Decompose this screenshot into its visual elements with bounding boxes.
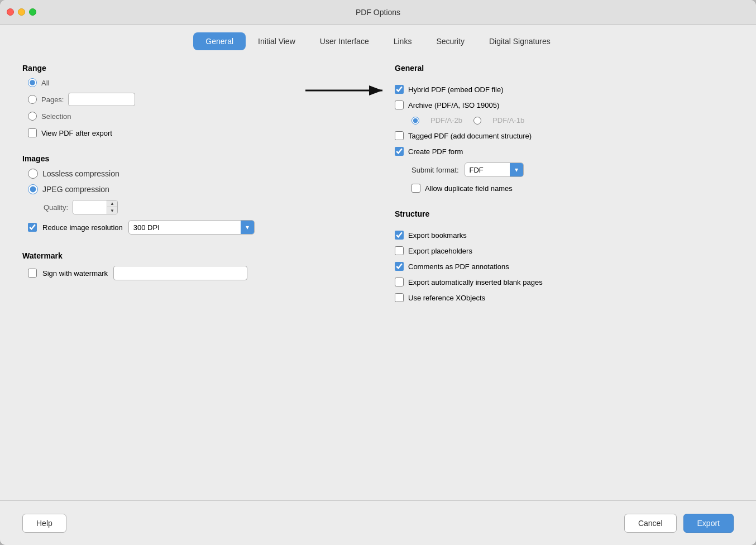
archive-label: Archive (PDF/A, ISO 19005) [408, 101, 499, 109]
resolution-row: Reduce image resolution 75 DPI 150 DPI 3… [28, 220, 361, 235]
general-section-title: General [395, 64, 734, 73]
submit-format-select[interactable]: FDF HTML PDF XML [465, 163, 510, 176]
range-pages-input[interactable] [68, 93, 135, 106]
archive-checkbox[interactable] [395, 101, 404, 109]
range-selection-radio[interactable] [28, 112, 37, 121]
submit-format-row: Submit format: FDF HTML PDF XML ▾ [412, 162, 734, 177]
titlebar: PDF Options [0, 0, 756, 25]
create-form-label: Create PDF form [408, 147, 463, 156]
use-xobjects-checkbox[interactable] [395, 293, 404, 302]
minimize-button[interactable] [18, 8, 25, 16]
range-all-label: All [41, 79, 49, 87]
sign-watermark-checkbox[interactable] [28, 269, 37, 278]
quality-label: Quality: [44, 203, 68, 212]
tab-initial-view[interactable]: Initial View [246, 32, 308, 50]
tagged-row: Tagged PDF (add document structure) [395, 131, 734, 140]
lossless-row: Lossless compression [28, 169, 361, 179]
comments-label: Comments as PDF annotations [408, 262, 509, 271]
cancel-button[interactable]: Cancel [624, 514, 677, 533]
export-blank-label: Export automatically inserted blank page… [408, 278, 543, 286]
range-title: Range [22, 64, 361, 73]
archive-row: Archive (PDF/A, ISO 19005) [395, 101, 734, 109]
hybrid-pdf-row-wrap: Hybrid PDF (embed ODF file) [395, 85, 734, 94]
structure-section: Structure Export bookmarks Export placeh… [395, 209, 734, 302]
view-pdf-label: View PDF after export [41, 129, 112, 137]
use-xobjects-row: Use reference XObjects [395, 293, 734, 302]
use-xobjects-label: Use reference XObjects [408, 294, 485, 302]
allow-duplicate-row: Allow duplicate field names [412, 184, 734, 193]
pdfa2b-radio[interactable] [412, 117, 419, 125]
resolution-select-wrap: 75 DPI 150 DPI 300 DPI 600 DPI 1200 DPI … [128, 220, 255, 235]
export-placeholders-checkbox[interactable] [395, 246, 404, 255]
view-pdf-row: View PDF after export [28, 128, 361, 137]
bottom-bar: Help Cancel Export [0, 500, 756, 545]
reduce-resolution-checkbox[interactable] [28, 223, 37, 232]
create-form-checkbox[interactable] [395, 147, 404, 156]
tab-digital-signatures[interactable]: Digital Signatures [477, 32, 563, 50]
content-area: Range All Pages: Selection [0, 50, 756, 500]
create-form-row: Create PDF form [395, 147, 734, 156]
comments-checkbox[interactable] [395, 262, 404, 271]
range-selection-row: Selection [28, 112, 361, 121]
left-panel: Range All Pages: Selection [22, 64, 361, 487]
quality-spinner: ▲ ▼ [107, 200, 117, 214]
watermark-row: Sign with watermark [28, 266, 361, 280]
tab-bar: General Initial View User Interface Link… [0, 25, 756, 50]
watermark-section: Watermark Sign with watermark [22, 251, 361, 280]
structure-title: Structure [395, 209, 734, 218]
allow-duplicate-checkbox[interactable] [412, 184, 420, 193]
allow-duplicate-label: Allow duplicate field names [425, 184, 513, 193]
submit-select-wrap: FDF HTML PDF XML ▾ [465, 162, 524, 177]
quality-input[interactable]: 90% [73, 200, 107, 214]
images-options: Lossless compression JPEG compression Qu… [28, 169, 361, 235]
watermark-title: Watermark [22, 251, 361, 260]
export-button[interactable]: Export [683, 514, 734, 533]
tab-security[interactable]: Security [424, 32, 477, 50]
traffic-lights [7, 8, 36, 16]
export-blank-checkbox[interactable] [395, 278, 404, 286]
jpeg-radio[interactable] [28, 184, 38, 194]
export-placeholders-row: Export placeholders [395, 246, 734, 255]
jpeg-label: JPEG compression [42, 185, 109, 194]
tagged-checkbox[interactable] [395, 131, 404, 140]
images-section: Images Lossless compression JPEG compres… [22, 154, 361, 235]
export-bookmarks-row: Export bookmarks [395, 231, 734, 240]
tab-links[interactable]: Links [381, 32, 424, 50]
lossless-radio[interactable] [28, 169, 38, 179]
export-bookmarks-checkbox[interactable] [395, 231, 404, 240]
export-bookmarks-label: Export bookmarks [408, 231, 467, 240]
maximize-button[interactable] [29, 8, 36, 16]
range-section: Range All Pages: Selection [22, 64, 361, 137]
main-window: PDF Options General Initial View User In… [0, 0, 756, 545]
range-all-radio[interactable] [28, 78, 37, 87]
tab-user-interface[interactable]: User Interface [308, 32, 381, 50]
pdfa1b-radio[interactable] [473, 117, 481, 125]
tagged-label: Tagged PDF (add document structure) [408, 132, 532, 140]
close-button[interactable] [7, 8, 14, 16]
general-section: General Hybrid PDF (embed ODF file) [395, 64, 734, 193]
pdfa-radio-row: PDF/A-2b PDF/A-1b [412, 116, 734, 125]
quality-increment[interactable]: ▲ [107, 200, 117, 207]
pdfa1b-label: PDF/A-1b [492, 116, 524, 125]
reduce-resolution-label: Reduce image resolution [42, 223, 123, 232]
hybrid-pdf-checkbox[interactable] [395, 85, 404, 94]
tab-general[interactable]: General [193, 32, 246, 50]
resolution-select[interactable]: 75 DPI 150 DPI 300 DPI 600 DPI 1200 DPI [129, 221, 241, 234]
quality-row: Quality: 90% ▲ ▼ [44, 200, 361, 214]
view-pdf-checkbox[interactable] [28, 128, 37, 137]
submit-select-arrow: ▾ [510, 163, 523, 176]
comments-row: Comments as PDF annotations [395, 262, 734, 271]
watermark-input[interactable] [113, 266, 247, 280]
export-placeholders-label: Export placeholders [408, 247, 472, 255]
quality-decrement[interactable]: ▼ [107, 207, 117, 214]
hybrid-pdf-label: Hybrid PDF (embed ODF file) [408, 85, 503, 94]
window-title: PDF Options [356, 8, 400, 17]
jpeg-row: JPEG compression [28, 184, 361, 194]
submit-format-label: Submit format: [412, 166, 459, 174]
btn-right-group: Cancel Export [624, 514, 734, 533]
sign-watermark-label: Sign with watermark [42, 269, 108, 278]
range-pages-radio[interactable] [28, 95, 37, 104]
arrow-annotation [300, 83, 389, 99]
export-blank-row: Export automatically inserted blank page… [395, 278, 734, 286]
help-button[interactable]: Help [22, 514, 66, 533]
